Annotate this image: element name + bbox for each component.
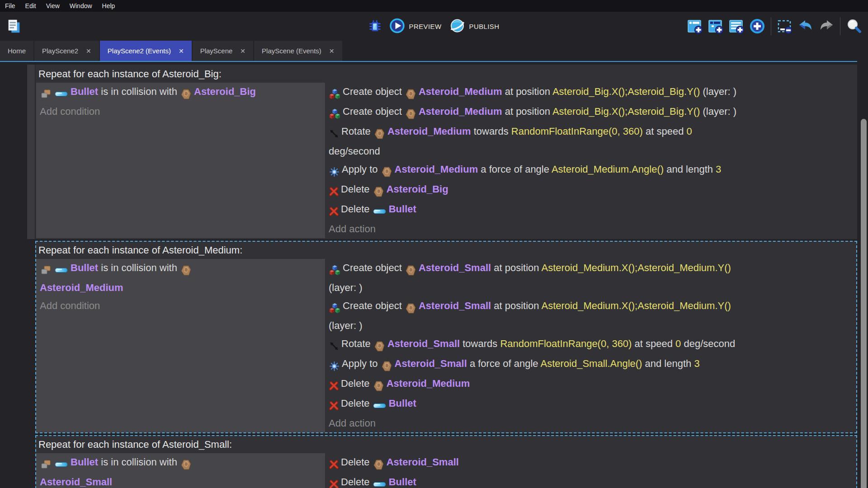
- text-segment: at speed: [643, 126, 687, 137]
- redo-icon[interactable]: [818, 18, 835, 34]
- text-segment: Asteroid_Medium: [387, 378, 470, 389]
- text-segment: Asteroid_Small: [40, 476, 112, 488]
- condition-row[interactable]: Bullet is in collision with: [36, 259, 325, 279]
- condition-row[interactable]: Asteroid_Small: [36, 473, 325, 488]
- tab-label: PlayScene2: [42, 47, 78, 55]
- add-circle-icon[interactable]: [749, 18, 765, 34]
- text-segment: Asteroid_Big.X();Asteroid_Big.Y(): [552, 86, 700, 97]
- add-condition-link[interactable]: Add condition: [36, 103, 325, 121]
- condition-row[interactable]: Bullet is in collision with Asteroid_Big: [36, 83, 325, 103]
- asteroid-icon: [373, 376, 384, 394]
- menu-window[interactable]: Window: [65, 1, 97, 11]
- add-action-link[interactable]: Add action: [325, 414, 856, 432]
- rotate-icon: [329, 337, 339, 355]
- conditions-column: Bullet is in collision with Asteroid_Med…: [36, 259, 325, 432]
- publish-button[interactable]: PUBLISH: [449, 18, 499, 34]
- debug-icon[interactable]: [367, 18, 383, 34]
- action-row[interactable]: Create object Asteroid_Medium at positio…: [325, 83, 856, 103]
- tab-close-icon[interactable]: ✕: [179, 47, 184, 55]
- action-row[interactable]: Create object Asteroid_Small at position…: [325, 297, 856, 317]
- text-segment: Asteroid_Medium: [40, 282, 123, 293]
- preview-button[interactable]: PREVIEW: [390, 18, 442, 34]
- tab-close-icon[interactable]: ✕: [240, 47, 245, 55]
- text-segment: towards: [471, 126, 511, 137]
- action-row[interactable]: deg/second: [325, 142, 856, 160]
- action-row[interactable]: Apply to Asteroid_Medium a force of angl…: [325, 160, 856, 180]
- event-block-1[interactable]: Repeat for each instance of Asteroid_Big…: [35, 65, 857, 239]
- text-segment: is in collision with: [98, 262, 180, 273]
- condition-row[interactable]: Asteroid_Medium: [36, 279, 325, 297]
- tab-playscene2-events[interactable]: PlayScene2 (Events)✕: [100, 41, 192, 61]
- vertical-scrollbar[interactable]: [857, 62, 868, 488]
- create-icon: [329, 299, 340, 317]
- text-segment: Asteroid_Big: [194, 86, 256, 97]
- tab-playscene2[interactable]: PlayScene2✕: [34, 41, 99, 61]
- action-row[interactable]: Delete Asteroid_Small: [325, 453, 856, 473]
- add-event-icon[interactable]: [687, 18, 703, 34]
- text-segment: at speed: [632, 338, 675, 349]
- bullet-icon: [373, 202, 387, 220]
- text-segment: deg/second: [681, 338, 735, 349]
- search-icon[interactable]: [846, 18, 862, 34]
- add-subevent-icon[interactable]: [708, 18, 724, 34]
- tab-playscene-events[interactable]: PlayScene (Events)✕: [254, 41, 342, 61]
- action-row[interactable]: (layer: ): [325, 279, 856, 297]
- text-segment: Create object: [343, 86, 405, 97]
- asteroid-icon: [381, 357, 392, 375]
- action-row[interactable]: Create object Asteroid_Medium at positio…: [325, 103, 856, 122]
- event-header[interactable]: Repeat for each instance of Asteroid_Sma…: [36, 436, 856, 453]
- text-segment: 3: [716, 164, 721, 175]
- action-row[interactable]: Rotate Asteroid_Small towards RandomFloa…: [325, 335, 856, 355]
- action-row[interactable]: Delete Bullet: [325, 473, 856, 488]
- tab-home[interactable]: Home: [0, 41, 33, 61]
- asteroid-icon: [381, 162, 392, 180]
- action-row[interactable]: Delete Asteroid_Medium: [325, 375, 856, 394]
- scrollbar-thumb[interactable]: [861, 119, 867, 488]
- event-header[interactable]: Repeat for each instance of Asteroid_Big…: [36, 66, 856, 83]
- event-block-3[interactable]: Repeat for each instance of Asteroid_Sma…: [35, 435, 857, 488]
- action-row[interactable]: Create object Asteroid_Small at position…: [325, 259, 856, 279]
- asteroid-icon: [374, 337, 385, 355]
- toolbar-separator: [840, 17, 840, 35]
- action-row[interactable]: Delete Bullet: [325, 200, 856, 220]
- text-segment: Bullet: [71, 262, 98, 273]
- action-row[interactable]: Delete Asteroid_Big: [325, 180, 856, 200]
- delete-icon: [329, 396, 339, 414]
- menu-view[interactable]: View: [41, 1, 65, 11]
- action-row[interactable]: Rotate Asteroid_Medium towards RandomFlo…: [325, 122, 856, 142]
- create-icon: [329, 84, 340, 103]
- asteroid-icon: [373, 455, 384, 473]
- text-segment: (layer: ): [700, 86, 736, 97]
- menu-edit[interactable]: Edit: [20, 1, 41, 11]
- event-header[interactable]: Repeat for each instance of Asteroid_Med…: [36, 242, 856, 259]
- text-segment: RandomFloatInRange(0, 360): [500, 338, 632, 349]
- text-segment: at position: [491, 262, 541, 273]
- add-action-link[interactable]: Add action: [325, 220, 856, 238]
- deselect-icon[interactable]: [777, 18, 793, 34]
- conditions-column: Bullet is in collision with Asteroid_Big…: [36, 83, 325, 238]
- action-row[interactable]: (layer: ): [325, 317, 856, 335]
- text-segment: at position: [502, 86, 552, 97]
- tab-playscene[interactable]: PlayScene✕: [193, 41, 253, 61]
- delete-icon: [329, 182, 339, 200]
- menu-file[interactable]: File: [0, 1, 20, 11]
- undo-icon[interactable]: [797, 18, 814, 34]
- action-row[interactable]: Delete Bullet: [325, 394, 856, 414]
- tab-close-icon[interactable]: ✕: [329, 47, 335, 55]
- event-block-2[interactable]: Repeat for each instance of Asteroid_Med…: [35, 241, 857, 433]
- add-condition-link[interactable]: Add condition: [36, 297, 325, 315]
- create-icon: [329, 261, 340, 279]
- text-segment: Asteroid_Medium.Angle(): [552, 164, 664, 175]
- project-manager-icon[interactable]: [6, 18, 22, 34]
- menu-help[interactable]: Help: [97, 1, 120, 11]
- text-segment: RandomFloatInRange(0, 360): [511, 126, 643, 137]
- event-drag-handle[interactable]: [27, 65, 35, 239]
- delete-icon: [329, 475, 339, 488]
- add-comment-icon[interactable]: [728, 18, 745, 34]
- tab-close-icon[interactable]: ✕: [86, 47, 91, 55]
- condition-row[interactable]: Bullet is in collision with: [36, 453, 325, 473]
- text-segment: (layer: ): [329, 282, 363, 293]
- delete-icon: [329, 455, 339, 473]
- text-segment: Asteroid_Medium.X();Asteroid_Medium.Y(): [541, 262, 731, 273]
- action-row[interactable]: Apply to Asteroid_Small a force of angle…: [325, 355, 856, 375]
